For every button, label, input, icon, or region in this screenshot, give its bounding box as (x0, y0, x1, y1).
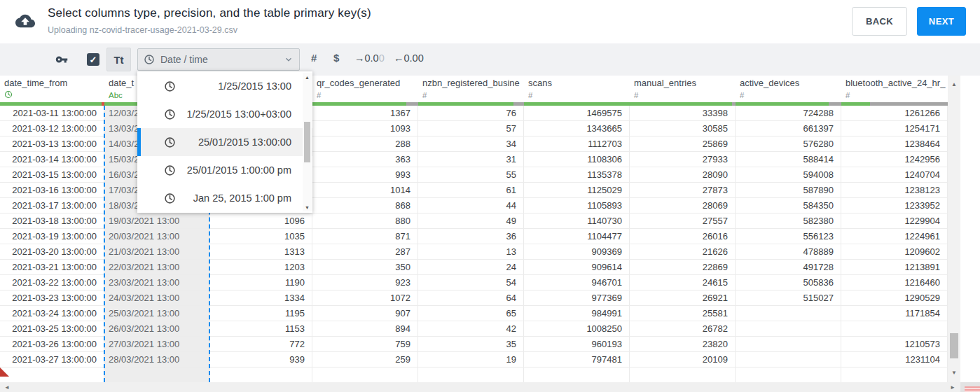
column-header-qr_codes_generated[interactable]: qr_codes_generated# (312, 76, 418, 106)
cell[interactable]: 57 (418, 121, 524, 136)
cell[interactable]: 2021-03-16 13:00:00 (0, 183, 104, 198)
vertical-scroll-thumb[interactable] (950, 333, 958, 358)
cell[interactable]: 65 (418, 306, 524, 321)
cell[interactable]: 939 (210, 352, 312, 368)
dropdown-item[interactable]: Jan 25, 2015 1:00 pm (137, 184, 312, 212)
cell[interactable]: 1238464 (841, 136, 948, 152)
cell[interactable]: 27933 (630, 152, 736, 167)
dropdown-scroll-thumb[interactable] (304, 122, 310, 162)
dropdown-item[interactable]: 1/25/2015 13:00 (137, 72, 312, 100)
text-type-button[interactable]: Tt (106, 48, 131, 71)
cell[interactable]: 1140730 (524, 214, 630, 229)
cell[interactable]: 1135378 (524, 167, 630, 183)
cell[interactable]: 288 (312, 136, 418, 152)
cell[interactable]: 1096 (210, 214, 312, 229)
cell[interactable]: 1108306 (524, 152, 630, 167)
cell[interactable]: 2021-03-26 13:00:00 (0, 337, 104, 352)
number-type-button[interactable]: # (311, 52, 317, 64)
cell[interactable]: 1231104 (841, 352, 948, 368)
cell[interactable]: 33398 (630, 106, 736, 121)
cell[interactable]: 22/03/2021 13:00 (104, 260, 210, 275)
cell[interactable]: 2021-03-25 13:00:00 (0, 321, 104, 337)
cell[interactable]: 556123 (736, 229, 841, 244)
cell[interactable]: 26921 (630, 290, 736, 306)
cell[interactable]: 54 (418, 275, 524, 290)
cell[interactable]: 868 (312, 198, 418, 214)
cell[interactable]: 1343665 (524, 121, 630, 136)
cell[interactable]: 1112703 (524, 136, 630, 152)
scroll-down-arrow[interactable]: ▼ (948, 367, 960, 378)
cell[interactable]: 909369 (524, 244, 630, 260)
cell[interactable]: 1153 (210, 321, 312, 337)
cell[interactable]: 977369 (524, 290, 630, 306)
cell[interactable]: 880 (312, 214, 418, 229)
increase-decimals-button[interactable]: ←0.00 (394, 52, 424, 64)
cell[interactable]: 350 (312, 260, 418, 275)
cell[interactable]: 797481 (524, 352, 630, 368)
horizontal-scrollbar[interactable]: ◄ ► (0, 382, 980, 392)
cell[interactable] (524, 368, 630, 383)
cell[interactable]: 909614 (524, 260, 630, 275)
cell[interactable]: 1261266 (841, 106, 948, 121)
cell[interactable]: 2021-03-21 13:00:00 (0, 260, 104, 275)
cell[interactable]: 23/03/2021 13:00 (104, 275, 210, 290)
dropdown-item-selected[interactable]: 25/01/2015 13:00:00 (137, 128, 312, 156)
cell[interactable]: 2021-03-17 13:00:00 (0, 198, 104, 214)
cell[interactable]: 759 (312, 337, 418, 352)
cell[interactable]: 30585 (630, 121, 736, 136)
cell[interactable]: 1213891 (841, 260, 948, 275)
cell[interactable] (210, 368, 312, 383)
column-header-date_time_from[interactable]: date_time_from (0, 76, 104, 106)
cell[interactable]: 1035 (210, 229, 312, 244)
cell[interactable]: 724288 (736, 106, 841, 121)
cell[interactable]: 960193 (524, 337, 630, 352)
cell[interactable]: 26/03/2021 13:00 (104, 321, 210, 337)
cell[interactable]: 594008 (736, 167, 841, 183)
column-header-bluetooth_active_24_hr_[interactable]: bluetooth_active_24_hr_# (841, 76, 948, 106)
cell[interactable]: 1242956 (841, 152, 948, 167)
cell[interactable]: 20/03/2021 13:00 (104, 229, 210, 244)
cell[interactable]: 2021-03-15 13:00:00 (0, 167, 104, 183)
cell[interactable]: 20109 (630, 352, 736, 368)
cell[interactable]: 2021-03-20 13:00:00 (0, 244, 104, 260)
dropdown-item[interactable]: 1/25/2015 13:00+03:00 (137, 100, 312, 128)
cell[interactable]: 44 (418, 198, 524, 214)
currency-type-button[interactable]: $ (333, 52, 339, 64)
cell[interactable] (736, 306, 841, 321)
cell[interactable]: 21626 (630, 244, 736, 260)
cell[interactable]: 2021-03-22 13:00:00 (0, 275, 104, 290)
cell[interactable]: 576280 (736, 136, 841, 152)
cell[interactable] (736, 352, 841, 368)
cell[interactable]: 2021-03-18 13:00:00 (0, 214, 104, 229)
cell[interactable]: 1367 (312, 106, 418, 121)
cell[interactable]: 1209602 (841, 244, 948, 260)
cell[interactable]: 2021-03-23 13:00:00 (0, 290, 104, 306)
cell[interactable]: 2021-03-19 13:00:00 (0, 229, 104, 244)
cell[interactable]: 584350 (736, 198, 841, 214)
cell[interactable]: 661397 (736, 121, 841, 136)
cell[interactable]: 1334 (210, 290, 312, 306)
dropdown-scroll-down-arrow[interactable]: ▼ (303, 203, 312, 211)
cell[interactable]: 515027 (736, 290, 841, 306)
cell[interactable]: 28/03/2021 13:00 (104, 352, 210, 368)
cell[interactable]: 28069 (630, 198, 736, 214)
cell[interactable]: 21/03/2021 13:00 (104, 244, 210, 260)
cell[interactable] (104, 368, 210, 383)
cell[interactable]: 1171854 (841, 306, 948, 321)
column-header-scans[interactable]: scans# (524, 76, 630, 106)
cell[interactable]: 13 (418, 244, 524, 260)
cell[interactable]: 19/03/2021 13:00 (104, 214, 210, 229)
cell[interactable]: 2021-03-24 13:00:00 (0, 306, 104, 321)
cell[interactable]: 1210573 (841, 337, 948, 352)
cell[interactable]: 1072 (312, 290, 418, 306)
vertical-scrollbar[interactable]: ▲ ▼ (948, 76, 960, 382)
column-header-active_devices[interactable]: active_devices# (736, 76, 841, 106)
scroll-left-arrow[interactable]: ◄ (1, 382, 13, 392)
cell[interactable]: 23820 (630, 337, 736, 352)
primary-key-icon[interactable] (55, 53, 69, 66)
cell[interactable] (418, 368, 524, 383)
cell[interactable]: 24615 (630, 275, 736, 290)
cell[interactable]: 1240704 (841, 167, 948, 183)
cell[interactable]: 24 (418, 260, 524, 275)
cell[interactable]: 1254171 (841, 121, 948, 136)
